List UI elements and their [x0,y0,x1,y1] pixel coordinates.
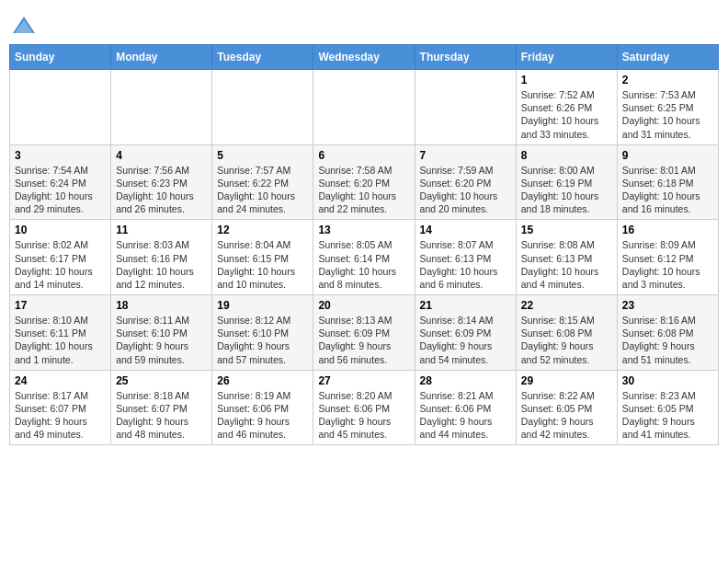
calendar-cell: 16Sunrise: 8:09 AM Sunset: 6:12 PM Dayli… [617,220,718,295]
day-info: Sunrise: 8:10 AM Sunset: 6:11 PM Dayligh… [15,314,106,366]
day-info: Sunrise: 8:02 AM Sunset: 6:17 PM Dayligh… [15,238,106,291]
calendar-cell: 26Sunrise: 8:19 AM Sunset: 6:06 PM Dayli… [212,370,313,445]
day-info: Sunrise: 8:00 AM Sunset: 6:19 PM Dayligh… [521,164,612,216]
calendar-cell: 13Sunrise: 8:05 AM Sunset: 6:14 PM Dayli… [313,220,415,295]
calendar-header-row: SundayMondayTuesdayWednesdayThursdayFrid… [10,45,719,70]
day-info: Sunrise: 8:21 AM Sunset: 6:06 PM Dayligh… [420,389,511,442]
day-info: Sunrise: 8:20 AM Sunset: 6:06 PM Dayligh… [318,389,409,442]
day-number: 30 [622,374,713,387]
day-info: Sunrise: 8:09 AM Sunset: 6:12 PM Dayligh… [622,238,713,291]
page-header [9,9,719,39]
day-info: Sunrise: 7:56 AM Sunset: 6:23 PM Dayligh… [116,164,207,216]
day-number: 1 [521,74,612,86]
calendar-cell: 19Sunrise: 8:12 AM Sunset: 6:10 PM Dayli… [212,295,313,371]
calendar-header-monday: Monday [111,45,212,70]
day-number: 21 [420,299,511,312]
calendar-cell: 10Sunrise: 8:02 AM Sunset: 6:17 PM Dayli… [10,220,111,295]
calendar-week-2: 3Sunrise: 7:54 AM Sunset: 6:24 PM Daylig… [10,144,719,220]
calendar-table: SundayMondayTuesdayWednesdayThursdayFrid… [9,44,719,445]
day-number: 2 [622,74,713,86]
calendar-header-sunday: Sunday [10,45,111,70]
calendar-week-4: 17Sunrise: 8:10 AM Sunset: 6:11 PM Dayli… [10,295,719,371]
day-number: 22 [521,299,612,312]
day-info: Sunrise: 8:07 AM Sunset: 6:13 PM Dayligh… [420,238,511,291]
day-info: Sunrise: 8:12 AM Sunset: 6:10 PM Dayligh… [217,314,308,366]
day-number: 15 [521,224,612,236]
calendar-cell: 1Sunrise: 7:52 AM Sunset: 6:26 PM Daylig… [516,70,617,145]
day-number: 8 [521,149,612,162]
day-number: 10 [15,224,106,236]
day-info: Sunrise: 8:04 AM Sunset: 6:15 PM Dayligh… [217,238,308,291]
calendar-cell: 11Sunrise: 8:03 AM Sunset: 6:16 PM Dayli… [111,220,212,295]
day-info: Sunrise: 8:16 AM Sunset: 6:08 PM Dayligh… [622,314,713,366]
day-number: 28 [420,374,511,387]
calendar-cell: 14Sunrise: 8:07 AM Sunset: 6:13 PM Dayli… [415,220,516,295]
calendar-cell: 6Sunrise: 7:58 AM Sunset: 6:20 PM Daylig… [313,144,415,220]
day-number: 4 [116,149,207,162]
day-info: Sunrise: 8:19 AM Sunset: 6:06 PM Dayligh… [217,389,308,442]
calendar-cell: 15Sunrise: 8:08 AM Sunset: 6:13 PM Dayli… [516,220,617,295]
day-info: Sunrise: 8:03 AM Sunset: 6:16 PM Dayligh… [116,238,207,291]
calendar-cell: 24Sunrise: 8:17 AM Sunset: 6:07 PM Dayli… [10,370,111,445]
calendar-cell: 21Sunrise: 8:14 AM Sunset: 6:09 PM Dayli… [415,295,516,371]
day-info: Sunrise: 8:05 AM Sunset: 6:14 PM Dayligh… [318,238,409,291]
day-info: Sunrise: 8:13 AM Sunset: 6:09 PM Dayligh… [318,314,409,366]
day-number: 23 [622,299,713,312]
day-number: 24 [15,374,106,387]
calendar-cell: 5Sunrise: 7:57 AM Sunset: 6:22 PM Daylig… [212,144,313,220]
calendar-cell: 30Sunrise: 8:23 AM Sunset: 6:05 PM Dayli… [617,370,718,445]
day-number: 19 [217,299,308,312]
calendar-cell [313,70,415,145]
calendar-cell: 9Sunrise: 8:01 AM Sunset: 6:18 PM Daylig… [617,144,718,220]
calendar-cell: 4Sunrise: 7:56 AM Sunset: 6:23 PM Daylig… [111,144,212,220]
calendar-cell [415,70,516,145]
day-info: Sunrise: 7:52 AM Sunset: 6:26 PM Dayligh… [521,88,612,141]
calendar-header-saturday: Saturday [617,45,718,70]
day-number: 18 [116,299,207,312]
day-number: 17 [15,299,106,312]
calendar-cell: 28Sunrise: 8:21 AM Sunset: 6:06 PM Dayli… [415,370,516,445]
day-info: Sunrise: 7:53 AM Sunset: 6:25 PM Dayligh… [622,88,713,141]
calendar-cell [212,70,313,145]
calendar-week-1: 1Sunrise: 7:52 AM Sunset: 6:26 PM Daylig… [10,70,719,145]
day-info: Sunrise: 7:59 AM Sunset: 6:20 PM Dayligh… [420,164,511,216]
calendar-cell: 27Sunrise: 8:20 AM Sunset: 6:06 PM Dayli… [313,370,415,445]
day-number: 11 [116,224,207,236]
logo-icon [11,13,37,39]
calendar-cell: 25Sunrise: 8:18 AM Sunset: 6:07 PM Dayli… [111,370,212,445]
day-info: Sunrise: 8:14 AM Sunset: 6:09 PM Dayligh… [420,314,511,366]
calendar-cell [10,70,111,145]
day-info: Sunrise: 8:22 AM Sunset: 6:05 PM Dayligh… [521,389,612,442]
calendar-cell: 20Sunrise: 8:13 AM Sunset: 6:09 PM Dayli… [313,295,415,371]
calendar-cell: 2Sunrise: 7:53 AM Sunset: 6:25 PM Daylig… [617,70,718,145]
calendar-cell [111,70,212,145]
calendar-header-wednesday: Wednesday [313,45,415,70]
day-number: 16 [622,224,713,236]
calendar-cell: 7Sunrise: 7:59 AM Sunset: 6:20 PM Daylig… [415,144,516,220]
day-info: Sunrise: 8:17 AM Sunset: 6:07 PM Dayligh… [15,389,106,442]
calendar-week-3: 10Sunrise: 8:02 AM Sunset: 6:17 PM Dayli… [10,220,719,295]
day-number: 5 [217,149,308,162]
day-info: Sunrise: 8:01 AM Sunset: 6:18 PM Dayligh… [622,164,713,216]
day-info: Sunrise: 7:58 AM Sunset: 6:20 PM Dayligh… [318,164,409,216]
day-number: 13 [318,224,409,236]
calendar-cell: 3Sunrise: 7:54 AM Sunset: 6:24 PM Daylig… [10,144,111,220]
day-info: Sunrise: 8:11 AM Sunset: 6:10 PM Dayligh… [116,314,207,366]
day-number: 6 [318,149,409,162]
day-info: Sunrise: 8:23 AM Sunset: 6:05 PM Dayligh… [622,389,713,442]
calendar-cell: 17Sunrise: 8:10 AM Sunset: 6:11 PM Dayli… [10,295,111,371]
calendar-cell: 29Sunrise: 8:22 AM Sunset: 6:05 PM Dayli… [516,370,617,445]
calendar-header-tuesday: Tuesday [212,45,313,70]
day-number: 25 [116,374,207,387]
calendar-cell: 22Sunrise: 8:15 AM Sunset: 6:08 PM Dayli… [516,295,617,371]
day-info: Sunrise: 8:18 AM Sunset: 6:07 PM Dayligh… [116,389,207,442]
calendar-week-5: 24Sunrise: 8:17 AM Sunset: 6:07 PM Dayli… [10,370,719,445]
day-number: 27 [318,374,409,387]
day-number: 29 [521,374,612,387]
calendar-header-friday: Friday [516,45,617,70]
day-number: 3 [15,149,106,162]
day-info: Sunrise: 8:15 AM Sunset: 6:08 PM Dayligh… [521,314,612,366]
day-number: 14 [420,224,511,236]
day-info: Sunrise: 8:08 AM Sunset: 6:13 PM Dayligh… [521,238,612,291]
day-number: 12 [217,224,308,236]
